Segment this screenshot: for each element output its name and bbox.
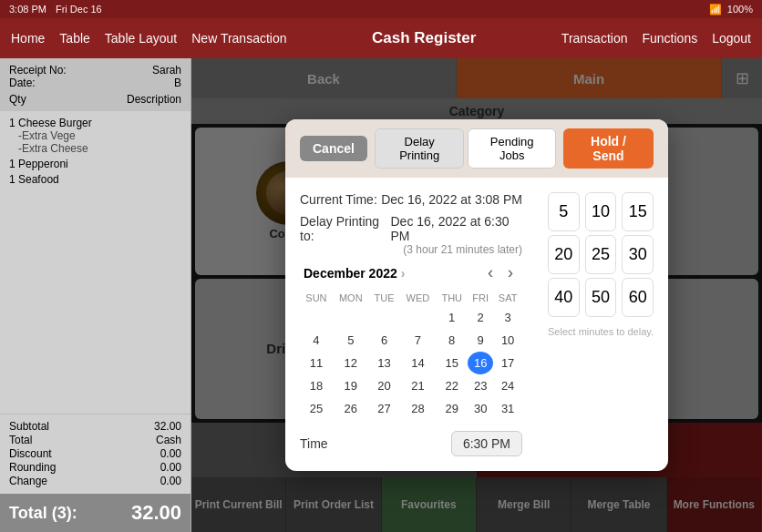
receipt-panel: Receipt No: Sarah Date: B Qty Descriptio…: [0, 58, 191, 532]
calendar-day[interactable]: 19: [333, 374, 369, 397]
receipt-desc-header: Description: [127, 93, 181, 106]
minute-30[interactable]: 30: [622, 235, 654, 274]
subtotal-value: 32.00: [154, 420, 181, 433]
total-cash-label: Total: [9, 434, 32, 446]
calendar-day[interactable]: 11: [300, 352, 333, 374]
calendar-day[interactable]: 17: [493, 352, 522, 374]
time-value[interactable]: 6:30 PM: [451, 431, 522, 456]
modal-header: Cancel Delay Printing Pending Jobs Hold …: [285, 119, 668, 178]
modal-body: Current Time: Dec 16, 2022 at 3:08 PM De…: [285, 178, 668, 471]
calendar-day[interactable]: 29: [436, 397, 468, 420]
subtotal-label: Subtotal: [9, 420, 49, 433]
nav-title: Cash Register: [372, 29, 476, 46]
day-header-mon: MON: [333, 290, 369, 306]
calendar-day: [400, 306, 437, 329]
calendar-day[interactable]: 21: [400, 374, 437, 397]
calendar-day[interactable]: 27: [369, 397, 400, 420]
nav-table[interactable]: Table: [59, 31, 89, 46]
wifi-icon: 📶: [709, 4, 722, 15]
current-time-label: Current Time:: [300, 192, 377, 207]
list-item: 1 Pepperoni: [9, 158, 181, 170]
minute-15[interactable]: 15: [622, 192, 654, 231]
minute-row-3: 40 50 60: [548, 278, 654, 317]
minute-40[interactable]: 40: [548, 278, 580, 317]
list-item: 1 Cheese Burger -Extra Vege -Extra Chees…: [9, 117, 181, 155]
calendar-day[interactable]: 12: [333, 352, 369, 374]
modal-send-button[interactable]: Hold / Send: [563, 128, 654, 169]
calendar-day[interactable]: 7: [400, 329, 437, 352]
receipt-qty-header: Qty: [9, 93, 26, 106]
calendar-day[interactable]: 6: [369, 329, 400, 352]
list-item: 1 Seafood: [9, 173, 181, 186]
tab-delay-printing[interactable]: Delay Printing: [375, 128, 464, 169]
calendar-day[interactable]: 13: [369, 352, 400, 374]
minute-hint: Select minutes to delay.: [548, 326, 654, 337]
minute-50[interactable]: 50: [585, 278, 617, 317]
nav-table-layout[interactable]: Table Layout: [105, 31, 177, 46]
minute-row-2: 20 25 30: [548, 235, 654, 274]
rounding-label: Rounding: [9, 461, 56, 474]
calendar-day[interactable]: 9: [468, 329, 493, 352]
calendar-day[interactable]: 28: [400, 397, 437, 420]
minute-25[interactable]: 25: [585, 235, 617, 274]
calendar-day: [300, 306, 333, 329]
calendar-grid: SUN MON TUE WED THU FRI SAT: [300, 290, 522, 420]
nav-functions[interactable]: Functions: [642, 31, 697, 46]
calendar-day[interactable]: 30: [468, 397, 493, 420]
receipt-no-label: Receipt No:: [9, 64, 67, 77]
calendar-day[interactable]: 1: [436, 306, 468, 329]
calendar-day: [333, 306, 369, 329]
calendar-month: December 2022 ›: [304, 266, 405, 281]
nav-bar: Home Table Table Layout New Transaction …: [0, 18, 762, 58]
day-header-sat: SAT: [493, 290, 522, 306]
current-time-value: Dec 16, 2022 at 3:08 PM: [381, 192, 522, 207]
calendar-day: [369, 306, 400, 329]
calendar-day[interactable]: 10: [493, 329, 522, 352]
calendar-day[interactable]: 2: [468, 306, 493, 329]
modal-tabs: Delay Printing Pending Jobs: [375, 128, 556, 169]
day-header-thu: THU: [436, 290, 468, 306]
nav-new-transaction[interactable]: New Transaction: [191, 31, 286, 46]
day-header-wed: WED: [400, 290, 437, 306]
modal-cancel-button[interactable]: Cancel: [300, 136, 367, 161]
delay-printing-modal: Cancel Delay Printing Pending Jobs Hold …: [285, 119, 668, 471]
minute-10[interactable]: 10: [585, 192, 617, 231]
minute-picker: 5 10 15 20 25 30 40 50: [537, 192, 654, 456]
minute-60[interactable]: 60: [622, 278, 654, 317]
delay-label: Delay Printing to:: [300, 214, 391, 243]
calendar-day[interactable]: 26: [333, 397, 369, 420]
change-label: Change: [9, 475, 47, 487]
minute-20[interactable]: 20: [548, 235, 580, 274]
day-header-fri: FRI: [468, 290, 493, 306]
calendar-day[interactable]: 22: [436, 374, 468, 397]
cash-label: Cash: [156, 434, 181, 446]
nav-home[interactable]: Home: [11, 31, 45, 46]
calendar-day[interactable]: 3: [493, 306, 522, 329]
calendar-next-button[interactable]: ›: [502, 263, 519, 282]
receipt-date-label: Date:: [9, 77, 36, 89]
calendar-day[interactable]: 15: [436, 352, 468, 374]
discount-value: 0.00: [160, 447, 181, 460]
minute-5[interactable]: 5: [548, 192, 580, 231]
day-header-tue: TUE: [369, 290, 400, 306]
calendar-day[interactable]: 24: [493, 374, 522, 397]
status-bar: 3:08 PM Fri Dec 16 📶 100%: [0, 0, 762, 18]
tab-pending-jobs[interactable]: Pending Jobs: [468, 128, 556, 169]
calendar-prev-button[interactable]: ‹: [482, 263, 499, 282]
calendar-day[interactable]: 8: [436, 329, 468, 352]
calendar-day[interactable]: 5: [333, 329, 369, 352]
nav-logout[interactable]: Logout: [712, 31, 751, 46]
calendar-day[interactable]: 20: [369, 374, 400, 397]
calendar-day[interactable]: 14: [400, 352, 437, 374]
nav-transaction[interactable]: Transaction: [561, 31, 628, 46]
change-value: 0.00: [160, 475, 181, 487]
calendar-day[interactable]: 31: [493, 397, 522, 420]
status-date: Fri Dec 16: [56, 4, 102, 15]
calendar-day[interactable]: 23: [468, 374, 493, 397]
calendar-day[interactable]: 16: [468, 352, 493, 374]
calendar-day[interactable]: 25: [300, 397, 333, 420]
status-time: 3:08 PM: [9, 4, 46, 15]
calendar-day[interactable]: 4: [300, 329, 333, 352]
calendar-day[interactable]: 18: [300, 374, 333, 397]
battery-level: 100%: [727, 4, 753, 15]
